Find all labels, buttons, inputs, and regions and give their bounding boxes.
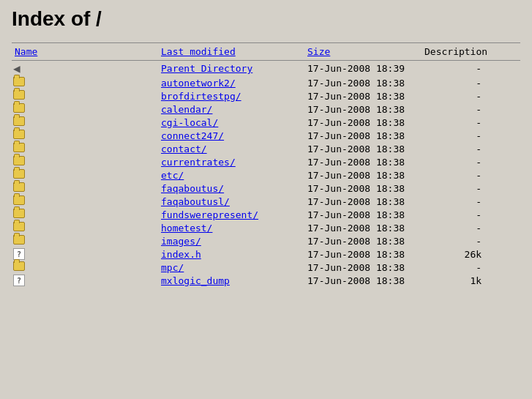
file-name-cell[interactable]: brofdirtestpg/: [158, 89, 304, 102]
table-row: etc/17-Jun-2008 18:38-: [12, 168, 520, 182]
table-row: images/17-Jun-2008 18:38-: [12, 234, 520, 247]
page-title: Index of /: [12, 7, 520, 31]
file-link[interactable]: faqaboutus/: [161, 183, 224, 194]
file-link[interactable]: faqaboutusl/: [161, 196, 230, 207]
col-header-name[interactable]: Name: [12, 43, 158, 61]
file-description-cell: [493, 261, 520, 274]
file-link[interactable]: Parent Directory: [161, 63, 252, 74]
folder-icon: [13, 104, 25, 115]
folder-icon: [13, 236, 25, 247]
sort-modified-link[interactable]: Last modified: [161, 46, 236, 57]
file-name-cell[interactable]: Parent Directory: [158, 61, 304, 77]
file-link[interactable]: cgi-local/: [161, 117, 218, 128]
file-modified-cell: 17-Jun-2008 18:38: [304, 142, 422, 155]
file-description-cell: [493, 221, 520, 234]
file-size-cell: -: [422, 89, 493, 102]
file-name-cell[interactable]: calendar/: [158, 102, 304, 116]
file-description-cell: [493, 61, 520, 77]
file-name-cell[interactable]: mxlogic_dump: [158, 274, 304, 287]
file-description-cell: [493, 76, 520, 89]
file-size-cell: -: [422, 76, 493, 89]
file-description-cell: [493, 168, 520, 182]
file-icon-cell: [12, 89, 158, 102]
table-row: ?index.h17-Jun-2008 18:3826k: [12, 247, 520, 261]
table-row: fundswerepresent/17-Jun-2008 18:38-: [12, 208, 520, 221]
file-name-cell[interactable]: faqaboutusl/: [158, 195, 304, 208]
folder-icon: [13, 209, 25, 220]
table-row: contact/17-Jun-2008 18:38-: [12, 142, 520, 155]
file-description-cell: [493, 102, 520, 116]
file-size-cell: 26k: [422, 247, 493, 261]
file-modified-cell: 17-Jun-2008 18:38: [304, 195, 422, 208]
sort-size-link[interactable]: Size: [307, 46, 330, 57]
file-modified-cell: 17-Jun-2008 18:39: [304, 61, 422, 77]
file-link[interactable]: brofdirtestpg/: [161, 91, 241, 102]
file-icon-cell: [12, 234, 158, 247]
file-link[interactable]: connect247/: [161, 130, 224, 141]
file-link[interactable]: fundswerepresent/: [161, 209, 258, 220]
col-header-modified[interactable]: Last modified: [158, 43, 304, 61]
table-row: connect247/17-Jun-2008 18:38-: [12, 129, 520, 142]
file-link[interactable]: currentrates/: [161, 157, 236, 168]
file-name-cell[interactable]: index.h: [158, 247, 304, 261]
sort-name-link[interactable]: Name: [15, 46, 37, 57]
file-name-cell[interactable]: images/: [158, 234, 304, 247]
file-name-cell[interactable]: faqaboutus/: [158, 182, 304, 195]
file-description-cell: [493, 208, 520, 221]
file-description-cell: [493, 195, 520, 208]
unknown-icon: ?: [13, 275, 25, 286]
file-link[interactable]: mxlogic_dump: [161, 275, 230, 286]
back-icon: ◀︎: [13, 61, 20, 75]
col-header-description: Description: [422, 43, 493, 61]
table-row: mpc/17-Jun-2008 18:38-: [12, 261, 520, 274]
file-name-cell[interactable]: mpc/: [158, 261, 304, 274]
file-link[interactable]: hometest/: [161, 223, 212, 234]
file-name-cell[interactable]: hometest/: [158, 221, 304, 234]
file-icon-cell: [12, 195, 158, 208]
file-link[interactable]: autonetwork2/: [161, 78, 236, 89]
file-icon-cell: [12, 208, 158, 221]
file-icon-cell: ?: [12, 247, 158, 261]
folder-icon: [13, 130, 25, 141]
file-modified-cell: 17-Jun-2008 18:38: [304, 274, 422, 287]
file-description-cell: [493, 142, 520, 155]
file-size-cell: -: [422, 195, 493, 208]
file-link[interactable]: calendar/: [161, 104, 212, 115]
file-modified-cell: 17-Jun-2008 18:38: [304, 168, 422, 182]
file-name-cell[interactable]: currentrates/: [158, 155, 304, 168]
file-description-cell: [493, 234, 520, 247]
file-link[interactable]: etc/: [161, 170, 184, 181]
file-modified-cell: 17-Jun-2008 18:38: [304, 221, 422, 234]
file-link[interactable]: images/: [161, 236, 201, 247]
file-size-cell: -: [422, 142, 493, 155]
file-icon-cell: [12, 168, 158, 182]
file-link[interactable]: contact/: [161, 143, 207, 154]
file-size-cell: 1k: [422, 274, 493, 287]
file-name-cell[interactable]: autonetwork2/: [158, 76, 304, 89]
file-size-cell: -: [422, 221, 493, 234]
file-name-cell[interactable]: contact/: [158, 142, 304, 155]
file-size-cell: -: [422, 208, 493, 221]
folder-icon: [13, 157, 25, 168]
table-row: faqaboutus/17-Jun-2008 18:38-: [12, 182, 520, 195]
file-link[interactable]: mpc/: [161, 262, 184, 273]
file-size-cell: -: [422, 234, 493, 247]
file-icon-cell: [12, 155, 158, 168]
col-header-size[interactable]: Size: [304, 43, 422, 61]
file-size-cell: -: [422, 61, 493, 77]
file-modified-cell: 17-Jun-2008 18:38: [304, 261, 422, 274]
file-icon-cell: [12, 116, 158, 129]
file-name-cell[interactable]: fundswerepresent/: [158, 208, 304, 221]
file-modified-cell: 17-Jun-2008 18:38: [304, 76, 422, 89]
folder-icon: [13, 170, 25, 181]
file-icon-cell: [12, 142, 158, 155]
table-row: currentrates/17-Jun-2008 18:38-: [12, 155, 520, 168]
unknown-icon: ?: [13, 248, 25, 259]
table-row: hometest/17-Jun-2008 18:38-: [12, 221, 520, 234]
file-icon-cell: [12, 129, 158, 142]
file-size-cell: -: [422, 102, 493, 116]
file-name-cell[interactable]: cgi-local/: [158, 116, 304, 129]
file-name-cell[interactable]: connect247/: [158, 129, 304, 142]
file-name-cell[interactable]: etc/: [158, 168, 304, 182]
file-link[interactable]: index.h: [161, 249, 201, 260]
